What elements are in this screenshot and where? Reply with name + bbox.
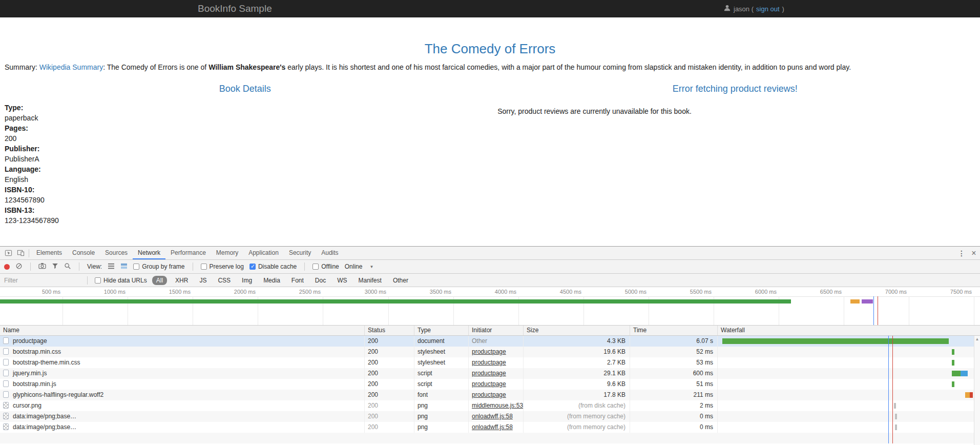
reviews-error-heading: Error fetching product reviews! — [490, 84, 980, 94]
field-value: paperback — [5, 113, 490, 123]
tab-security[interactable]: Security — [284, 247, 316, 259]
checkbox[interactable] — [133, 264, 139, 270]
initiator-link[interactable]: productpage — [472, 370, 506, 377]
initiator-link[interactable]: productpage — [472, 391, 506, 398]
table-row[interactable]: glyphicons-halflings-regular.woff2 200 f… — [0, 390, 980, 400]
field-value: 123-1234567890 — [5, 215, 490, 226]
timeline-tick: 1500 ms — [129, 289, 191, 295]
preserve-log-checkbox[interactable]: Preserve log — [201, 263, 244, 270]
capture-screenshots-icon[interactable] — [38, 262, 46, 271]
field-value: PublisherA — [5, 154, 490, 164]
group-by-frame-checkbox[interactable]: Group by frame — [133, 263, 184, 270]
filter-pill-doc[interactable]: Doc — [312, 276, 329, 285]
user-box: jason ( sign out ) — [723, 0, 784, 17]
throttling-select[interactable]: Online▼ — [345, 263, 374, 270]
tab-application[interactable]: Application — [243, 247, 284, 259]
filter-pill-css[interactable]: CSS — [215, 276, 234, 285]
inspect-element-icon[interactable] — [2, 247, 14, 259]
initiator-link[interactable]: productpage — [472, 380, 506, 388]
signout-link[interactable]: sign out — [756, 5, 780, 13]
filter-pill-img[interactable]: Img — [239, 276, 255, 285]
tab-sources[interactable]: Sources — [100, 247, 133, 259]
filter-pill-xhr[interactable]: XHR — [172, 276, 191, 285]
filter-pill-ws[interactable]: WS — [334, 276, 350, 285]
initiator-link[interactable]: middlemouse.js:53 — [472, 402, 523, 409]
app-header: BookInfo Sample jason ( sign out ) — [0, 0, 980, 17]
column-header-type[interactable]: Type — [414, 326, 469, 335]
table-row[interactable]: bootstrap.min.js 200 script productpage … — [0, 379, 980, 390]
font-icon — [3, 391, 9, 398]
user-icon — [723, 4, 731, 13]
waterfall-cell — [718, 422, 980, 433]
wikipedia-summary-link[interactable]: Wikipedia Summary — [39, 63, 103, 71]
tab-audits[interactable]: Audits — [316, 247, 343, 259]
field-value: 1234567890 — [5, 195, 490, 205]
disable-cache-checkbox[interactable]: Disable cache — [249, 263, 297, 270]
reviews-error-message: Sorry, product reviews are currently una… — [490, 107, 699, 115]
column-header-name[interactable]: Name — [0, 326, 365, 335]
scrollbar[interactable]: ▲ — [974, 336, 980, 445]
filter-input[interactable] — [4, 277, 80, 284]
column-header-status[interactable]: Status — [365, 326, 414, 335]
table-row[interactable]: bootstrap-theme.min.css 200 stylesheet p… — [0, 357, 980, 368]
table-header: Name Status Type Initiator Size Time Wat… — [0, 326, 980, 336]
filter-pill-other[interactable]: Other — [390, 276, 411, 285]
checkbox[interactable] — [312, 264, 319, 270]
filter-pill-font[interactable]: Font — [288, 276, 307, 285]
initiator-link[interactable]: onloadwff.js:58 — [472, 413, 513, 420]
tab-network[interactable]: Network — [133, 247, 165, 259]
network-overview[interactable]: 500 ms 1000 ms 1500 ms 2000 ms 2500 ms 3… — [0, 287, 980, 326]
table-row[interactable]: cursor.png 200 png middlemouse.js:53 (fr… — [0, 400, 980, 411]
checkbox[interactable] — [201, 264, 207, 270]
scroll-up-icon[interactable]: ▲ — [974, 336, 980, 343]
waterfall-cell — [718, 411, 980, 422]
checkbox[interactable] — [95, 277, 101, 284]
table-row[interactable]: jquery.min.js 200 script productpage 29.… — [0, 368, 980, 379]
column-header-waterfall[interactable]: Waterfall — [718, 326, 980, 335]
offline-checkbox[interactable]: Offline — [312, 263, 339, 270]
filter-pill-manifest[interactable]: Manifest — [356, 276, 385, 285]
initiator-link[interactable]: productpage — [472, 348, 506, 355]
close-icon[interactable]: × — [968, 247, 980, 259]
field-label: Type: — [5, 103, 490, 113]
table-row[interactable]: bootstrap.min.css 200 stylesheet product… — [0, 347, 980, 357]
timeline-tick: 7000 ms — [845, 289, 907, 295]
view-label: View: — [87, 263, 102, 270]
image-icon — [3, 413, 9, 419]
search-icon[interactable] — [64, 262, 71, 271]
table-row[interactable]: productpage 200 document Other 4.3 KB 6.… — [0, 336, 980, 347]
summary-mid: : The Comedy of Errors is one of — [103, 63, 208, 71]
clear-icon[interactable] — [15, 262, 23, 271]
column-header-size[interactable]: Size — [524, 326, 630, 335]
tab-memory[interactable]: Memory — [211, 247, 243, 259]
record-icon[interactable] — [4, 264, 10, 270]
script-icon — [3, 370, 9, 376]
tab-console[interactable]: Console — [67, 247, 100, 259]
overflow-menu-icon[interactable]: ⋮ — [955, 247, 968, 259]
device-toolbar-icon[interactable] — [14, 247, 27, 259]
tab-elements[interactable]: Elements — [31, 247, 67, 259]
initiator-link[interactable]: productpage — [472, 359, 506, 366]
table-row[interactable]: data:image/png;base… 200 png onloadwff.j… — [0, 422, 980, 433]
filter-pill-js[interactable]: JS — [196, 276, 210, 285]
filter-pill-all[interactable]: All — [152, 276, 167, 285]
tab-performance[interactable]: Performance — [165, 247, 211, 259]
filter-icon[interactable] — [52, 262, 58, 271]
checkbox-checked[interactable] — [249, 264, 256, 270]
column-header-time[interactable]: Time — [630, 326, 718, 335]
book-page: The Comedy of Errors Summary: Wikipedia … — [0, 41, 980, 226]
timeline-tick: 4500 ms — [520, 289, 581, 295]
screen: BookInfo Sample jason ( sign out ) The C… — [0, 0, 980, 445]
table-row[interactable]: data:image/png;base… 200 png onloadwff.j… — [0, 411, 980, 422]
waterfall-bar — [895, 414, 897, 419]
view-list-icon[interactable] — [108, 263, 115, 271]
hide-data-urls-checkbox[interactable]: Hide data URLs — [95, 277, 147, 284]
waterfall-cell — [718, 347, 980, 357]
filter-pill-media[interactable]: Media — [260, 276, 283, 285]
initiator-link[interactable]: onloadwff.js:58 — [472, 423, 513, 431]
image-icon — [3, 402, 9, 409]
divider — [87, 276, 88, 285]
field-label: ISBN-10: — [5, 185, 490, 195]
column-header-initiator[interactable]: Initiator — [469, 326, 524, 335]
view-large-rows-icon[interactable] — [120, 263, 128, 271]
